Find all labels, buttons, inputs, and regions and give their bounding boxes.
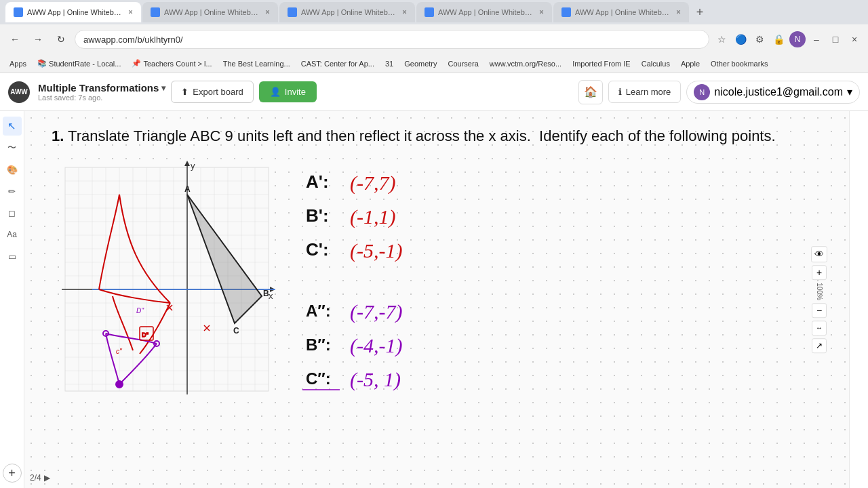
svg-text:A″:: A″: (306, 302, 331, 320)
bookmark-teachers[interactable]: 📌 Teachers Count > l... (127, 58, 216, 69)
prime-answer-group: A': (-7,7) B': (-1,1) C': (-5,-1) (302, 161, 492, 272)
board-title-dropdown-icon[interactable]: ▾ (161, 83, 165, 93)
sticky-tool[interactable]: ▭ (3, 247, 22, 266)
svg-text:(-7,-7): (-7,-7) (350, 300, 402, 323)
learn-more-button[interactable]: ℹ Learn more (608, 81, 681, 103)
cursor-icon: ↗ (812, 338, 827, 353)
add-button[interactable]: + (3, 464, 22, 483)
user-area[interactable]: N nicole.justice1@gmail.com ▾ (686, 81, 860, 104)
tab-favicon-4 (425, 7, 434, 17)
info-icon: ℹ (618, 87, 622, 97)
logo-text: AWW (10, 88, 28, 96)
tab-close-5[interactable]: × (676, 7, 681, 17)
home-button[interactable]: 🏠 (578, 80, 603, 104)
bookmark-sr-label: StudentRate - Local... (49, 60, 121, 68)
eye-icon[interactable]: 👁 (811, 246, 827, 262)
board-title[interactable]: Multiple Transformations ▾ (38, 82, 165, 94)
app-container: AWW Multiple Transformations ▾ Last save… (0, 73, 868, 488)
address-bar[interactable]: awwapp.com/b/uklhtyrn0/ (75, 30, 709, 49)
invite-button[interactable]: 👤 Invite (259, 81, 317, 102)
bookmark-vctm[interactable]: www.vctm.org/Reso... (486, 58, 566, 69)
profile-icon[interactable]: N (789, 31, 806, 47)
bookmark-apple[interactable]: Apple (677, 58, 704, 69)
extension-icon-1[interactable]: 🔵 (732, 31, 749, 47)
bookmark-bl-label: The Best Learning... (223, 60, 290, 68)
bookmark-apps[interactable]: Apps (5, 58, 31, 69)
tab-close-1[interactable]: × (128, 7, 133, 17)
user-email: nicole.justice1@gmail.com (714, 86, 843, 98)
board-title-area: Multiple Transformations ▾ Last saved: 7… (38, 82, 165, 102)
svg-marker-34 (184, 161, 190, 166)
svg-text:(-5,-1): (-5,-1) (350, 239, 402, 262)
zoom-in-button[interactable]: + (812, 265, 827, 280)
invite-icon: 👤 (270, 87, 281, 97)
tab-4[interactable]: AWW App | Online Whiteboard ... × (416, 2, 552, 22)
zoom-fit-button[interactable]: ↔ (812, 321, 827, 336)
bookmark-best[interactable]: The Best Learning... (219, 58, 294, 69)
tab-title-2: AWW App | Online Whiteboard ... (164, 8, 261, 16)
tab-close-4[interactable]: × (539, 7, 544, 17)
svg-text:y: y (191, 161, 195, 171)
bookmark-31[interactable]: 31 (381, 58, 397, 69)
bookmark-31-label: 31 (385, 60, 393, 68)
answers-area: A': (-7,7) B': (-1,1) C': (-5,-1) (302, 161, 492, 422)
zoom-out-button[interactable]: − (812, 303, 827, 318)
browser-icons: ☆ 🔵 ⚙ 🔒 N – □ × (713, 31, 863, 47)
svg-text:c'': c'' (116, 348, 123, 355)
bookmark-other[interactable]: Other bookmarks (707, 58, 772, 69)
page-next-icon[interactable]: ▶ (44, 473, 50, 483)
tab-1[interactable]: AWW App | Online Whiteboard ... × (5, 2, 141, 22)
main-area: ↖ 〜 🎨 ✏ ◻ Aa ▭ + 1. Translate Triangle A… (0, 111, 868, 488)
close-icon[interactable]: × (846, 31, 863, 47)
graph-svg: x y A B (52, 161, 275, 418)
draw-tool[interactable]: ✏ (3, 182, 22, 201)
graph-container: x y A B (52, 161, 275, 418)
bookmark-cast-label: CAST: Center for Ap... (301, 60, 374, 68)
problem-number: 1. (52, 127, 64, 144)
svg-text:B':: B': (306, 205, 329, 226)
text-tool[interactable]: Aa (3, 225, 22, 244)
address-bar-row: ← → ↻ awwapp.com/b/uklhtyrn0/ ☆ 🔵 ⚙ 🔒 N … (0, 24, 868, 54)
color-tool[interactable]: 🎨 (3, 160, 22, 179)
bookmark-calc-label: Calculus (642, 60, 670, 68)
maximize-icon[interactable]: □ (827, 31, 844, 47)
back-button[interactable]: ← (5, 30, 24, 49)
tab-favicon-2 (151, 7, 160, 17)
svg-text:(-1,1): (-1,1) (350, 205, 395, 228)
bookmark-studentrate[interactable]: 📚 StudentRate - Local... (33, 58, 125, 69)
bookmark-other-label: Other bookmarks (711, 60, 768, 68)
annotations-area: x y A B (52, 161, 822, 422)
prime-answers-svg: A': (-7,7) B': (-1,1) C': (-5,-1) (302, 161, 479, 269)
tab-title-4: AWW App | Online Whiteboard ... (438, 8, 535, 16)
pen-tool[interactable]: 〜 (3, 138, 22, 157)
tab-2[interactable]: AWW App | Online Whiteboard ... × (142, 2, 278, 22)
tab-title-1: AWW App | Online Whiteboard ... (27, 8, 124, 16)
bookmark-geometry[interactable]: Geometry (400, 58, 441, 69)
bookmark-apps-label: Apps (9, 60, 26, 68)
bookmark-star-icon[interactable]: ☆ (713, 31, 730, 47)
reload-button[interactable]: ↻ (52, 30, 71, 49)
bookmark-coursera[interactable]: Coursera (444, 58, 483, 69)
tab-close-3[interactable]: × (402, 7, 407, 17)
tab-5[interactable]: AWW App | Online Whiteboard ... × (553, 2, 689, 22)
svg-text:(-5, 1): (-5, 1) (350, 368, 401, 391)
eraser-tool[interactable]: ◻ (3, 203, 22, 222)
tab-favicon-1 (14, 7, 23, 17)
bookmark-sr-icon: 📚 (37, 59, 47, 68)
svg-text:C″:: C″: (306, 369, 331, 388)
tab-3[interactable]: AWW App | Online Whiteboard ... × (279, 2, 415, 22)
extension-icon-2[interactable]: ⚙ (751, 31, 768, 47)
export-board-button[interactable]: ⬆ Export board (171, 81, 253, 103)
forward-button[interactable]: → (28, 30, 47, 49)
new-tab-button[interactable]: + (690, 3, 709, 22)
right-toolbar (849, 111, 868, 488)
bookmark-cast[interactable]: CAST: Center for Ap... (297, 58, 378, 69)
tab-close-2[interactable]: × (265, 7, 270, 17)
canvas-area[interactable]: 1. Translate Triangle ABC 9 units left a… (24, 111, 849, 488)
bookmark-calculus[interactable]: Calculus (637, 58, 674, 69)
zoom-level: 100% (816, 283, 823, 300)
extension-icon-3[interactable]: 🔒 (770, 31, 787, 47)
minimize-icon[interactable]: – (808, 31, 825, 47)
select-tool[interactable]: ↖ (3, 117, 22, 136)
bookmark-ie[interactable]: Imported From IE (568, 58, 635, 69)
